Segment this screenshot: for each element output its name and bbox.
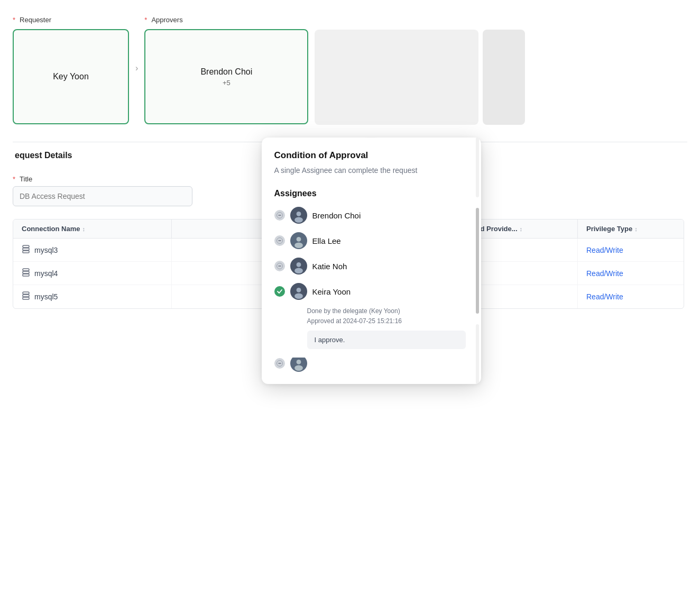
scrollbar-track bbox=[476, 138, 479, 384]
assignees-title: Assignees bbox=[274, 189, 468, 198]
remove-icon-brendon[interactable] bbox=[274, 210, 285, 221]
remove-icon-katie[interactable] bbox=[274, 261, 285, 271]
avatar-keira bbox=[290, 283, 307, 300]
svg-point-30 bbox=[296, 360, 301, 364]
popup-title: Condition of Approval bbox=[274, 150, 468, 161]
avatar-partial bbox=[290, 358, 307, 372]
avatar-ella bbox=[290, 232, 307, 249]
check-icon-keira bbox=[274, 286, 285, 297]
avatar-katie bbox=[290, 258, 307, 274]
svg-point-13 bbox=[294, 217, 303, 223]
approval-detail-keira: Done by the delegate (Key Yoon) Approved… bbox=[307, 306, 466, 349]
remove-icon-partial[interactable] bbox=[274, 358, 285, 369]
svg-point-23 bbox=[294, 268, 303, 274]
approval-popup: Condition of Approval A single Assignee … bbox=[262, 138, 481, 384]
assignee-name-ella: Ella Lee bbox=[312, 236, 341, 245]
popup-content: Condition of Approval A single Assignee … bbox=[262, 138, 481, 384]
popup-overlay: Condition of Approval A single Assignee … bbox=[0, 0, 700, 604]
assignee-name-keira: Keira Yoon bbox=[312, 287, 351, 296]
remove-icon-ella[interactable] bbox=[274, 235, 285, 246]
assignee-row-brendon: Brendon Choi bbox=[274, 207, 468, 224]
svg-point-22 bbox=[296, 262, 301, 267]
assignee-row-keira: Keira Yoon Done by the delegate (Key Yoo… bbox=[274, 283, 468, 349]
assignee-name-katie: Katie Noh bbox=[312, 262, 347, 271]
assignee-row-partial bbox=[274, 358, 468, 373]
svg-point-12 bbox=[296, 212, 301, 216]
assignee-row-ella: Ella Lee bbox=[274, 232, 468, 249]
svg-point-31 bbox=[294, 365, 303, 371]
svg-point-18 bbox=[294, 243, 303, 249]
svg-point-25 bbox=[296, 288, 301, 292]
popup-subtitle: A single Assignee can complete the reque… bbox=[274, 165, 468, 176]
svg-point-17 bbox=[296, 237, 301, 242]
approval-meta-keira: Done by the delegate (Key Yoon) Approved… bbox=[307, 306, 466, 326]
assignee-row-katie: Katie Noh bbox=[274, 258, 468, 274]
assignee-name-brendon: Brendon Choi bbox=[312, 211, 361, 220]
avatar-brendon bbox=[290, 207, 307, 224]
svg-point-26 bbox=[294, 294, 303, 299]
approval-comment-keira: I approve. bbox=[307, 331, 466, 349]
